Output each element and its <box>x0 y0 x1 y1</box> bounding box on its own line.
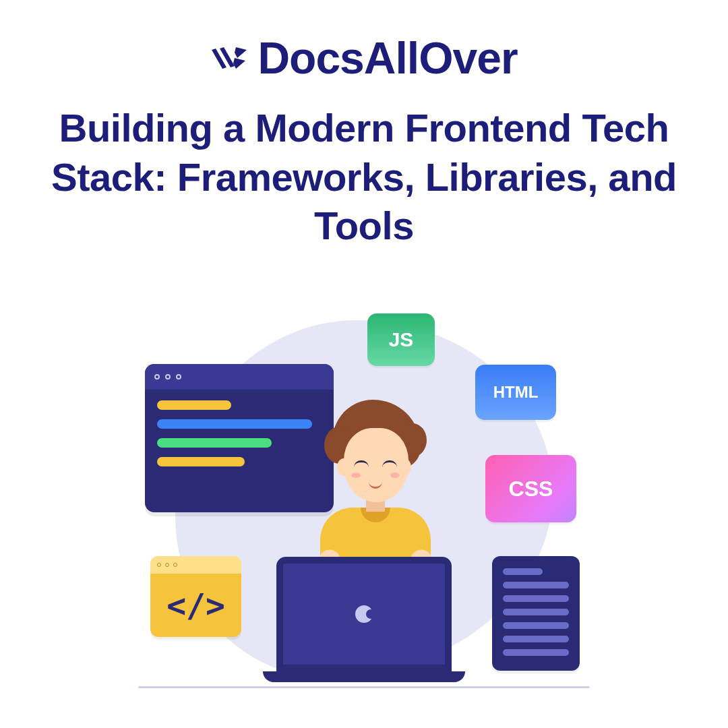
code-line <box>157 419 312 429</box>
laptop-logo-icon <box>355 605 373 623</box>
window-dot-icon <box>173 563 177 567</box>
js-badge: JS <box>367 313 435 366</box>
doc-line <box>503 609 569 615</box>
blush-right <box>390 473 400 478</box>
document-card <box>492 556 580 671</box>
window-dot-icon <box>165 563 169 567</box>
window-dot-icon <box>154 374 160 380</box>
doc-line <box>503 649 569 656</box>
code-line <box>157 438 272 448</box>
doc-line <box>503 595 569 602</box>
laptop-icon <box>263 557 465 688</box>
blush-left <box>351 473 361 478</box>
code-line <box>157 400 231 410</box>
code-line <box>157 457 245 466</box>
window-dot-icon <box>157 563 161 567</box>
window-dot-icon <box>165 374 171 380</box>
doc-line <box>503 568 543 575</box>
code-editor-window <box>145 364 334 512</box>
hero-illustration: JS HTML CSS </> <box>118 300 610 698</box>
small-window-titlebar <box>150 556 241 574</box>
doc-line <box>503 622 569 629</box>
code-brackets-window: </> <box>150 556 241 637</box>
window-titlebar <box>145 364 334 390</box>
brand-name: DocsAllOver <box>257 32 517 84</box>
brand-logo-icon <box>210 39 248 77</box>
css-badge: CSS <box>485 455 576 522</box>
code-brackets-icon: </> <box>150 574 241 637</box>
doc-line <box>503 582 569 588</box>
html-badge: HTML <box>475 365 556 420</box>
code-lines <box>145 390 334 487</box>
laptop-base <box>263 671 465 682</box>
header: DocsAllOver <box>0 0 728 84</box>
laptop-screen <box>276 557 452 671</box>
page-title: Building a Modern Frontend Tech Stack: F… <box>0 84 728 251</box>
doc-line <box>503 636 569 642</box>
desk-line <box>138 686 590 688</box>
window-dot-icon <box>176 374 181 380</box>
